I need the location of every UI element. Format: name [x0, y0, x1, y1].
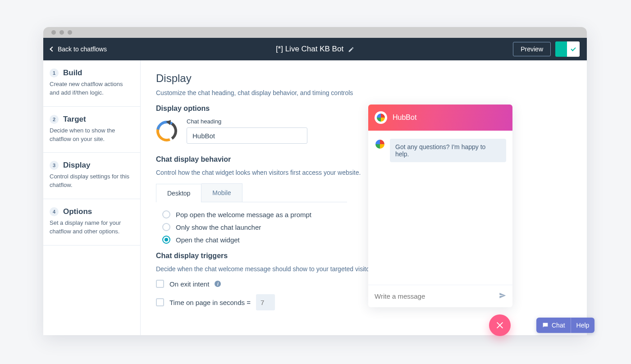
check-icon — [571, 46, 576, 51]
chat-bot-name: HubBot — [393, 114, 416, 122]
radio-label: Pop open the welcome message as a prompt — [176, 211, 311, 218]
send-icon[interactable] — [499, 292, 506, 300]
welcome-message-bubble: Got any questions? I'm happy to help. — [390, 139, 506, 162]
radio-icon — [162, 236, 170, 244]
step-title: Build — [63, 68, 82, 77]
exit-intent-checkbox[interactable] — [156, 280, 164, 288]
close-chat-fab[interactable] — [489, 314, 511, 336]
bot-avatar-icon — [375, 111, 387, 124]
traffic-light-max-icon[interactable] — [68, 30, 72, 35]
step-desc: Decide when to show the chatflow on your… — [50, 127, 134, 144]
time-on-page-input[interactable] — [256, 294, 275, 310]
section-heading: Display — [156, 72, 572, 85]
step-desc: Control display settings for this chatfl… — [50, 173, 134, 190]
section-subheading: Customize the chat heading, chat display… — [156, 89, 572, 96]
publish-confirm-button[interactable] — [567, 41, 580, 57]
step-number: 3 — [50, 161, 59, 170]
tab-desktop[interactable]: Desktop — [156, 184, 201, 202]
chat-message-input[interactable] — [375, 292, 494, 300]
radio-label: Only show the chat launcher — [176, 223, 261, 231]
preview-button[interactable]: Preview — [513, 42, 551, 56]
step-number: 1 — [50, 68, 59, 77]
traffic-light-min-icon[interactable] — [59, 30, 64, 35]
chat-help-button[interactable]: Chat — [536, 318, 571, 333]
mac-titlebar — [43, 27, 587, 38]
time-on-page-checkbox[interactable] — [156, 298, 164, 306]
chat-preview-header: HubBot — [368, 105, 512, 131]
step-display[interactable]: 3 Display Control display settings for t… — [43, 153, 140, 199]
radio-icon — [162, 223, 170, 231]
step-title: Display — [63, 161, 90, 170]
tab-mobile[interactable]: Mobile — [201, 183, 242, 202]
step-number: 2 — [50, 115, 59, 124]
bot-avatar-icon — [375, 139, 385, 150]
step-options[interactable]: 4 Options Set a display name for your ch… — [43, 199, 140, 246]
step-desc: Set a display name for your chatflow and… — [50, 219, 134, 236]
chat-label: Chat — [552, 322, 565, 329]
topbar: Back to chatflows [*] Live Chat KB Bot P… — [43, 38, 587, 60]
main-panel: Display Customize the chat heading, chat… — [141, 60, 587, 335]
time-on-page-label: Time on page in seconds = — [169, 299, 251, 306]
help-button[interactable]: Help — [571, 318, 595, 333]
exit-intent-label: On exit intent — [169, 280, 209, 288]
help-pill: Chat Help — [536, 318, 594, 333]
chat-preview-body: Got any questions? I'm happy to help. — [368, 131, 512, 285]
traffic-light-close-icon[interactable] — [51, 30, 56, 35]
publish-button[interactable] — [555, 41, 567, 57]
radio-label: Open the chat widget — [176, 236, 240, 244]
info-icon[interactable]: i — [215, 281, 221, 287]
back-label: Back to chatflows — [58, 46, 107, 53]
help-label: Help — [576, 322, 590, 329]
step-title: Options — [63, 207, 92, 216]
chat-preview-input-row — [368, 285, 512, 307]
svg-point-1 — [156, 120, 178, 142]
device-tabs: Desktop Mobile — [156, 183, 347, 202]
step-desc: Create new chatflow actions and add if/t… — [50, 80, 134, 97]
step-title: Target — [63, 115, 86, 124]
chat-heading-input[interactable] — [187, 127, 307, 144]
bot-avatar-icon — [156, 120, 178, 142]
chevron-left-icon — [50, 46, 55, 51]
page-title: [*] Live Chat KB Bot — [276, 45, 343, 54]
svg-point-0 — [156, 120, 178, 142]
step-build[interactable]: 1 Build Create new chatflow actions and … — [43, 60, 140, 107]
steps-sidebar: 1 Build Create new chatflow actions and … — [43, 60, 141, 335]
close-icon — [496, 322, 503, 329]
step-number: 4 — [50, 207, 59, 216]
back-link[interactable]: Back to chatflows — [50, 46, 107, 53]
step-target[interactable]: 2 Target Decide when to show the chatflo… — [43, 107, 140, 153]
publish-split-button — [555, 41, 580, 57]
radio-icon — [162, 210, 170, 218]
chat-preview-panel: HubBot Got any questions? I'm happy to h… — [368, 105, 512, 307]
chat-heading-label: Chat heading — [187, 118, 307, 125]
edit-title-icon[interactable] — [348, 46, 354, 52]
